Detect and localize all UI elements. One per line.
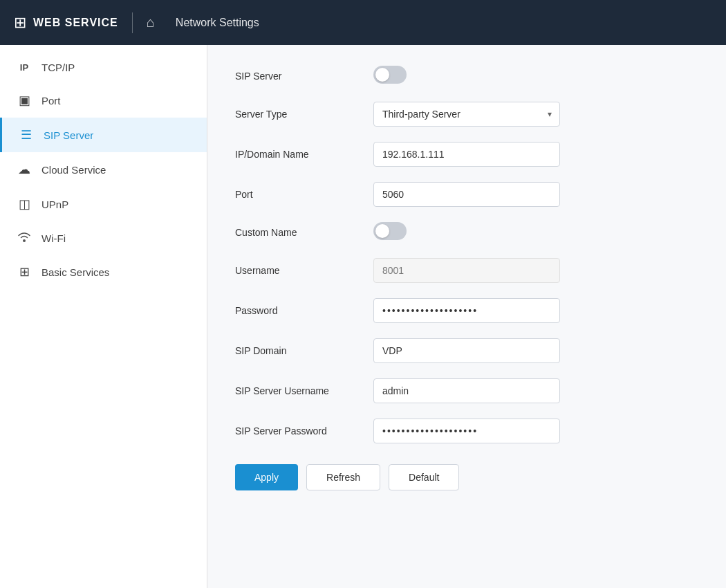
ip-domain-input[interactable]: [373, 142, 560, 167]
ip-domain-label: IP/Domain Name: [235, 149, 373, 160]
sip-server-password-input-wrapper: [373, 419, 560, 443]
sip-server-icon: ☰: [19, 127, 34, 143]
password-input-wrapper: [373, 298, 560, 323]
sip-server-password-input[interactable]: [373, 419, 560, 443]
sip-domain-input[interactable]: [373, 338, 560, 363]
sip-domain-row: SIP Domain: [235, 338, 698, 363]
header-divider: [132, 12, 133, 33]
refresh-button[interactable]: Refresh: [306, 464, 380, 490]
sidebar-label-cloud-service: Cloud Service: [41, 164, 106, 176]
sidebar-label-port: Port: [41, 95, 61, 107]
sip-server-username-input[interactable]: [373, 378, 560, 403]
wifi-icon: [17, 231, 32, 245]
server-type-select-wrapper: Third-party Server SIP Server ▾: [373, 102, 560, 127]
tcpip-icon: IP: [17, 62, 32, 73]
sidebar: IP TCP/IP ▣ Port ☰ SIP Server ☁ Cloud Se…: [0, 45, 207, 588]
username-label: Username: [235, 265, 373, 276]
port-row: Port: [235, 182, 698, 207]
password-row: Password: [235, 298, 698, 323]
port-icon: ▣: [17, 93, 32, 108]
sip-server-username-input-wrapper: [373, 378, 560, 403]
default-button[interactable]: Default: [389, 464, 459, 490]
custom-name-label: Custom Name: [235, 227, 373, 238]
custom-name-row: Custom Name: [235, 222, 698, 243]
sip-domain-input-wrapper: [373, 338, 560, 363]
username-input[interactable]: [373, 258, 560, 283]
username-row: Username: [235, 258, 698, 283]
sidebar-item-tcpip[interactable]: IP TCP/IP: [0, 52, 207, 83]
sip-server-row: SIP Server: [235, 66, 698, 86]
port-input[interactable]: [373, 182, 560, 207]
sidebar-item-upnp[interactable]: ◫ UPnP: [0, 187, 207, 221]
sip-server-toggle-container: [373, 66, 560, 86]
sip-domain-label: SIP Domain: [235, 345, 373, 356]
button-row: Apply Refresh Default: [235, 464, 698, 490]
sidebar-label-upnp: UPnP: [41, 199, 68, 210]
page-title: Network Settings: [176, 17, 259, 29]
sip-server-username-label: SIP Server Username: [235, 385, 373, 396]
sip-server-username-row: SIP Server Username: [235, 378, 698, 403]
sip-server-slider: [373, 66, 407, 84]
sidebar-label-basic-services: Basic Services: [41, 266, 109, 278]
sidebar-item-sip-server[interactable]: ☰ SIP Server: [0, 118, 207, 152]
upnp-icon: ◫: [17, 196, 32, 212]
sip-server-label: SIP Server: [235, 71, 373, 82]
sidebar-label-sip-server: SIP Server: [44, 129, 93, 141]
port-label: Port: [235, 189, 373, 200]
sidebar-item-basic-services[interactable]: ⊞ Basic Services: [0, 255, 207, 289]
brand: ⊞ WEB SERVICE: [14, 14, 118, 32]
ip-domain-input-wrapper: [373, 142, 560, 167]
basic-services-icon: ⊞: [17, 264, 32, 279]
home-icon[interactable]: ⌂: [147, 15, 155, 30]
brand-name: WEB SERVICE: [33, 17, 118, 29]
sip-server-toggle[interactable]: [373, 66, 407, 84]
sip-server-password-label: SIP Server Password: [235, 425, 373, 437]
main-layout: IP TCP/IP ▣ Port ☰ SIP Server ☁ Cloud Se…: [0, 45, 726, 588]
sidebar-label-wifi: Wi-Fi: [41, 232, 66, 244]
custom-name-toggle-container: [373, 222, 560, 243]
header: ⊞ WEB SERVICE ⌂ Network Settings: [0, 0, 726, 45]
custom-name-slider: [373, 222, 407, 240]
apply-button[interactable]: Apply: [235, 464, 298, 490]
building-icon: ⊞: [14, 14, 26, 32]
cloud-icon: ☁: [17, 162, 32, 177]
ip-domain-row: IP/Domain Name: [235, 142, 698, 167]
server-type-row: Server Type Third-party Server SIP Serve…: [235, 102, 698, 127]
sidebar-item-cloud-service[interactable]: ☁ Cloud Service: [0, 152, 207, 187]
sip-server-password-row: SIP Server Password: [235, 419, 698, 443]
sidebar-item-port[interactable]: ▣ Port: [0, 83, 207, 118]
server-type-select[interactable]: Third-party Server SIP Server: [373, 102, 560, 127]
port-input-wrapper: [373, 182, 560, 207]
content-area: SIP Server Server Type Third-party Serve…: [207, 45, 726, 588]
username-input-wrapper: [373, 258, 560, 283]
sidebar-label-tcpip: TCP/IP: [41, 62, 75, 73]
custom-name-toggle[interactable]: [373, 222, 407, 240]
server-type-label: Server Type: [235, 109, 373, 120]
password-label: Password: [235, 305, 373, 316]
sidebar-item-wifi[interactable]: Wi-Fi: [0, 221, 207, 255]
password-input[interactable]: [373, 298, 560, 323]
